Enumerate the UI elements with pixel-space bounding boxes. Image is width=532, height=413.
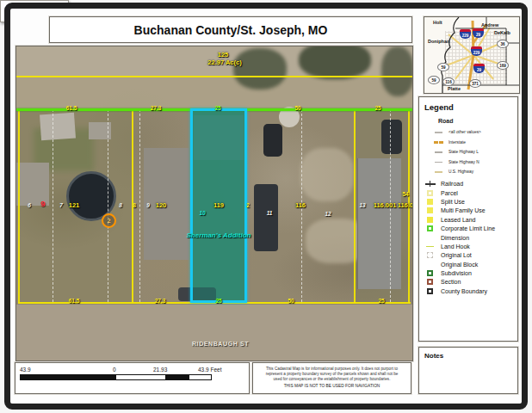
locator-county-label: Doniphan bbox=[428, 39, 449, 44]
legend-sq-outline-symbol bbox=[427, 190, 433, 196]
legend-symbol-wrap bbox=[424, 252, 436, 258]
route-shield-icon: 169 bbox=[497, 61, 509, 70]
parcel-number: 116.002 bbox=[398, 202, 413, 209]
legend-dash-symbol bbox=[435, 171, 442, 173]
scalebar-segment bbox=[116, 375, 165, 379]
lot-number: 11 bbox=[267, 211, 273, 217]
dimension-label: 61.5 bbox=[69, 299, 80, 305]
legend-symbol-wrap bbox=[424, 246, 436, 248]
map-labels-layer: 12522.97 Ac(c)61.527.325502561.527.32550… bbox=[16, 46, 412, 361]
legend-sq-fill-symbol bbox=[427, 207, 433, 213]
legend-item: Railroad bbox=[424, 180, 514, 188]
legend-item: <all other values> bbox=[424, 127, 514, 138]
lot-number: 2 bbox=[246, 203, 250, 209]
legend-sq-outline-symbol bbox=[427, 288, 433, 294]
legend-symbol-wrap bbox=[433, 162, 444, 163]
legend-item: Subdivision bbox=[424, 268, 514, 277]
legend-sq-faint-symbol bbox=[427, 252, 433, 258]
dimension-label: 27.3 bbox=[151, 106, 162, 112]
lot-number: 8 bbox=[133, 203, 136, 209]
legend-none-symbol bbox=[427, 262, 433, 268]
scalebar-left-label: 43.9 bbox=[20, 367, 31, 373]
dimension-label: 25 bbox=[215, 299, 221, 305]
locator-map[interactable]: HoltAndrewDeKalbDoniphanPlatte2292922929… bbox=[424, 16, 520, 94]
legend-sq-outline-symbol bbox=[427, 270, 433, 276]
legend-symbol-wrap bbox=[424, 225, 436, 231]
lot-number: 6 bbox=[28, 203, 31, 209]
parcel-number: 116.001 bbox=[374, 202, 397, 209]
legend-item: Section bbox=[424, 278, 514, 287]
legend-symbol-wrap bbox=[424, 190, 436, 196]
dimension-label: 25 bbox=[378, 299, 384, 305]
legend-road-items: <all other values>InterstateState Highwa… bbox=[424, 127, 514, 177]
dimension-label: 25 bbox=[214, 106, 220, 112]
legend-item: Interstate bbox=[424, 138, 514, 148]
legend: Legend Road <all other values>Interstate… bbox=[418, 96, 518, 342]
notes-title: Notes bbox=[424, 352, 512, 360]
circled-marker-value: 2 bbox=[107, 217, 110, 225]
legend-title: Legend bbox=[424, 102, 514, 112]
dimension-label: 50 bbox=[294, 106, 300, 112]
scalebar-graphic bbox=[20, 374, 212, 380]
legend-symbol-wrap bbox=[424, 288, 436, 294]
interstate-shield-icon: 229 bbox=[460, 29, 471, 39]
legend-item: Parcel bbox=[424, 188, 514, 197]
scale-bar: 43.9 0 21.93 43.9 Feet bbox=[15, 362, 250, 394]
legend-label: Interstate bbox=[448, 140, 466, 145]
map-canvas[interactable]: 12522.97 Ac(c)61.527.325502561.527.32550… bbox=[15, 46, 413, 361]
scalebar-zero-label: 0 bbox=[113, 367, 116, 373]
legend-railroad-symbol bbox=[425, 183, 436, 185]
locator-county-label: DeKalb bbox=[494, 30, 510, 35]
legend-none-symbol bbox=[427, 235, 433, 241]
legend-road-group-label: Road bbox=[438, 118, 514, 124]
legend-symbol-wrap bbox=[424, 262, 436, 268]
subdivision-label: Sherman's Addition bbox=[187, 232, 251, 239]
disclaimer-line: used for conveyances or the establishmen… bbox=[253, 377, 411, 382]
dimension-label: 27.3 bbox=[155, 299, 166, 305]
route-shield-icon: 116 bbox=[442, 77, 455, 86]
acreage-label: 22.97 Ac(c) bbox=[207, 59, 241, 66]
notes-box: Notes bbox=[418, 347, 518, 394]
legend-sq-outline-symbol bbox=[427, 279, 433, 285]
route-shield-icon: 59 bbox=[437, 63, 449, 71]
legend-label: U.S. Highway bbox=[448, 170, 473, 174]
legend-symbol-wrap bbox=[433, 171, 444, 173]
legend-symbol-wrap bbox=[433, 151, 444, 153]
legend-symbol-wrap bbox=[424, 199, 436, 205]
lot-number: 8 bbox=[119, 203, 122, 209]
legend-label: State Highway L bbox=[448, 150, 479, 154]
dimension-label: 25 bbox=[374, 106, 380, 112]
legend-label: Subdivision bbox=[441, 270, 472, 276]
legend-label: Section bbox=[441, 279, 461, 285]
route-shield-icon: 371 bbox=[469, 79, 481, 88]
parcel-number: 121 bbox=[69, 202, 80, 209]
legend-item: State Highway L bbox=[424, 147, 514, 157]
circled-marker: 2 bbox=[102, 213, 116, 228]
street-label: RIDENBAUGH ST bbox=[192, 341, 249, 347]
lot-number-red: 9 bbox=[40, 200, 45, 208]
legend-item: Split Use bbox=[424, 197, 514, 206]
interstate-shield-icon: 29 bbox=[473, 64, 485, 73]
legend-label: Parcel bbox=[441, 190, 458, 196]
legend-item: Dimension bbox=[424, 233, 514, 242]
legend-label: Railroad bbox=[441, 181, 463, 187]
legend-item: Leased Land bbox=[424, 215, 514, 224]
lot-number: 12 bbox=[325, 212, 331, 218]
legend-dash-symbol bbox=[435, 132, 442, 133]
parcel-number: 120 bbox=[156, 202, 167, 209]
legend-item: U.S. Highway bbox=[424, 167, 514, 177]
legend-label: Leased Land bbox=[441, 217, 475, 223]
legend-label: Split Use bbox=[441, 199, 465, 205]
lot-number: 7 bbox=[59, 203, 63, 209]
locator-county-label: Holt bbox=[433, 20, 442, 25]
legend-label: Land Hook bbox=[441, 243, 470, 250]
legend-sq-outline-symbol bbox=[427, 225, 433, 231]
locator-county-label: Platte bbox=[448, 86, 461, 91]
scalebar-right-label: 43.9 Feet bbox=[198, 367, 221, 373]
legend-symbol-wrap bbox=[424, 217, 436, 223]
route-shield-icon: 59 bbox=[428, 76, 440, 84]
legend-label: Original Block bbox=[441, 262, 478, 268]
legend-symbol-wrap bbox=[424, 207, 436, 213]
legend-item: County Boundary bbox=[424, 287, 514, 295]
interstate-shield-icon: 29 bbox=[473, 28, 484, 38]
